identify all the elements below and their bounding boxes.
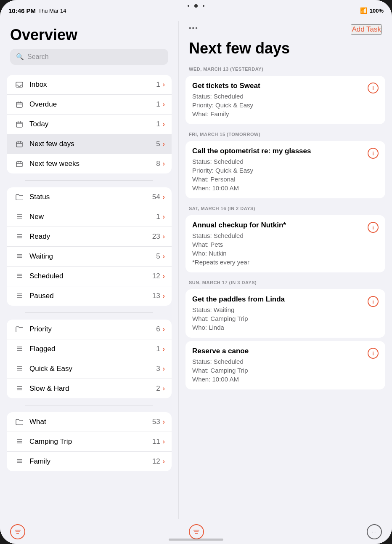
nav-item-new[interactable]: New 1 › (7, 207, 172, 227)
camping-list-icon (13, 437, 25, 446)
task-detail: Status: Scheduled Priority: Quick & Easy… (192, 92, 363, 118)
paused-chevron: › (163, 292, 165, 300)
search-icon: 🔍 (16, 53, 24, 61)
task-info-button[interactable]: i (368, 348, 379, 359)
nav-item-slow-hard[interactable]: Slow & Hard 2 › (7, 379, 172, 398)
task-card-nutkin[interactable]: Annual checkup for Nutkin* Status: Sched… (185, 215, 385, 272)
overdue-label: Overdue (29, 100, 156, 109)
priority-chevron: › (163, 325, 165, 333)
today-label: Today (29, 120, 156, 128)
search-bar[interactable]: 🔍 Search (10, 49, 168, 65)
nav-item-next-few-days[interactable]: Next few days 5 › (7, 134, 172, 154)
flagged-label: Flagged (29, 345, 156, 353)
today-count: 1 (156, 120, 160, 128)
slow-hard-count: 2 (156, 384, 160, 393)
family-chevron: › (163, 458, 165, 465)
status-bar: 10:46 PM Thu Mar 14 📶 100% (0, 0, 392, 21)
waiting-chevron: › (163, 253, 165, 260)
next-few-days-count: 5 (156, 140, 160, 148)
task-card-optometrist[interactable]: Call the optometrist re: my glasses Stat… (185, 141, 385, 198)
scheduled-list-icon (13, 272, 25, 280)
what-count: 53 (152, 418, 160, 426)
next-few-weeks-chevron: › (163, 160, 165, 168)
what-header-item[interactable]: What 53 › (7, 412, 172, 432)
nav-item-family[interactable]: Family 12 › (7, 452, 172, 471)
scheduled-label: Scheduled (29, 272, 152, 280)
next-few-weeks-icon (13, 160, 25, 168)
inbox-label: Inbox (29, 80, 156, 89)
inbox-count: 1 (156, 80, 160, 89)
waiting-list-icon (13, 252, 25, 261)
task-content: Get the paddles from Linda Status: Waiti… (192, 295, 363, 332)
main-content: Overview 🔍 Search Inbox 1 › (0, 21, 392, 544)
nav-item-waiting[interactable]: Waiting 5 › (7, 247, 172, 267)
family-list-icon (13, 457, 25, 466)
task-card-paddles[interactable]: Get the paddles from Linda Status: Waiti… (185, 289, 385, 338)
task-title: Get tickets to Sweat (192, 82, 363, 90)
divider-3 (25, 405, 153, 405)
today-icon (13, 120, 25, 128)
svg-rect-3 (16, 142, 22, 147)
task-title: Call the optometrist re: my glasses (192, 147, 363, 155)
nav-item-overdue[interactable]: Overdue 1 › (7, 95, 172, 115)
scheduled-count: 12 (152, 272, 160, 280)
nav-item-paused[interactable]: Paused 13 › (7, 286, 172, 306)
date-header-fri: FRI, MARCH 15 (TOMORROW) (179, 126, 392, 139)
camping-trip-count: 11 (152, 437, 160, 446)
divider-1 (25, 180, 153, 181)
three-dots-icon: ••• (189, 24, 199, 32)
flagged-count: 1 (156, 345, 160, 353)
filter-icon-left[interactable] (10, 524, 25, 539)
task-info-button[interactable]: i (368, 148, 379, 159)
task-detail: Status: Scheduled What: Pets Who: Nutkin… (192, 231, 363, 267)
nav-item-inbox[interactable]: Inbox 1 › (7, 75, 172, 95)
quick-easy-count: 3 (156, 365, 160, 373)
search-placeholder: Search (27, 53, 49, 61)
date-header-sun: SUN, MARCH 17 (IN 3 DAYS) (179, 274, 392, 288)
nav-item-quick-easy[interactable]: Quick & Easy 3 › (7, 359, 172, 379)
quick-easy-chevron: › (163, 365, 165, 373)
family-count: 12 (152, 457, 160, 466)
task-card-sweat[interactable]: Get tickets to Sweat Status: Scheduled P… (185, 76, 385, 124)
priority-header-item[interactable]: Priority 6 › (7, 320, 172, 339)
nav-item-camping-trip[interactable]: Camping Trip 11 › (7, 432, 172, 452)
new-chevron: › (163, 213, 165, 221)
task-info-button[interactable]: i (368, 222, 379, 233)
home-indicator (169, 539, 223, 541)
task-title: Annual checkup for Nutkin* (192, 221, 363, 229)
scheduled-chevron: › (163, 272, 165, 280)
task-info-button[interactable]: i (368, 83, 379, 93)
task-detail: Status: Scheduled Priority: Quick & Easy… (192, 157, 363, 192)
status-group: Status 54 › New 1 › Ready (7, 187, 172, 306)
paused-label: Paused (29, 292, 152, 300)
task-title: Get the paddles from Linda (192, 295, 363, 304)
nav-item-today[interactable]: Today 1 › (7, 115, 172, 134)
task-detail: Status: Waiting What: Camping Trip Who: … (192, 305, 363, 332)
new-label: New (29, 213, 156, 221)
camping-trip-chevron: › (163, 438, 165, 445)
task-card-canoe[interactable]: Reserve a canoe Status: Scheduled What: … (185, 341, 385, 389)
task-detail: Status: Scheduled What: Camping Trip Whe… (192, 357, 363, 384)
slow-hard-label: Slow & Hard (29, 384, 156, 393)
nav-item-ready[interactable]: Ready 23 › (7, 227, 172, 247)
priority-group: Priority 6 › Flagged 1 › Quick & E (7, 320, 172, 398)
filter-icon-right[interactable] (189, 524, 204, 539)
nav-item-next-few-weeks[interactable]: Next few weeks 8 › (7, 154, 172, 173)
svg-rect-1 (16, 102, 22, 107)
status-header-item[interactable]: Status 54 › (7, 187, 172, 207)
task-info-button[interactable]: i (368, 296, 379, 307)
add-task-button[interactable]: Add Task (351, 24, 382, 35)
overview-title: Overview (10, 26, 168, 44)
battery-indicator: 100% (370, 8, 384, 14)
more-options-button[interactable]: ··· (367, 524, 382, 539)
top-nav-group: Inbox 1 › Overdue 1 › Today (7, 75, 172, 173)
nav-item-scheduled[interactable]: Scheduled 12 › (7, 267, 172, 286)
priority-count: 6 (156, 325, 160, 333)
what-chevron: › (163, 418, 165, 426)
next-few-weeks-label: Next few weeks (29, 160, 156, 168)
camping-trip-label: Camping Trip (29, 437, 152, 446)
nav-item-flagged[interactable]: Flagged 1 › (7, 339, 172, 359)
right-panel-title: Next few days (179, 40, 392, 61)
slow-hard-chevron: › (163, 385, 165, 392)
svg-rect-2 (16, 122, 22, 127)
